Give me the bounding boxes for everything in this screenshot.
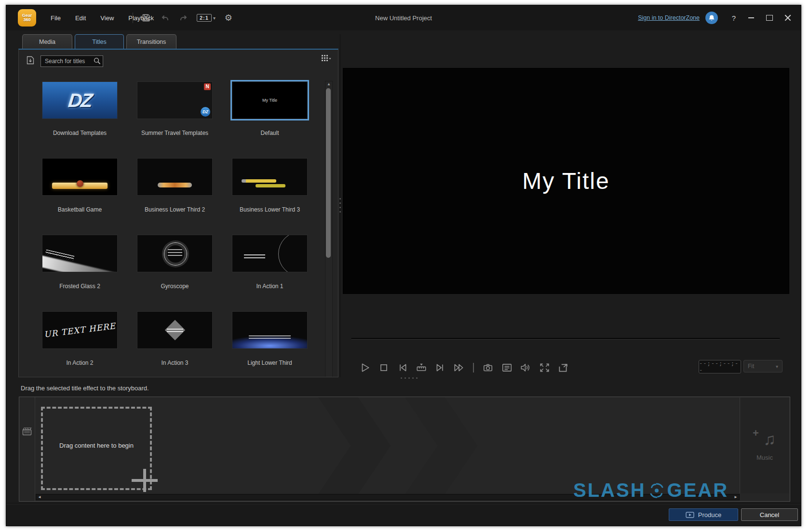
bell-icon: [708, 14, 715, 22]
background-chevron: [405, 397, 477, 494]
background-chevron: [318, 397, 391, 494]
tab-media[interactable]: Media: [22, 34, 72, 49]
template-thumbnail[interactable]: [137, 235, 213, 272]
storyboard-scrollbar[interactable]: ◄ ►: [36, 494, 740, 500]
app-window: Gear 360 File Edit View Playback: [6, 5, 801, 526]
produce-button[interactable]: Produce: [669, 508, 738, 521]
library-display-button[interactable]: [321, 54, 332, 64]
scroll-right-icon[interactable]: ►: [734, 495, 738, 500]
scroll-up-icon[interactable]: ▲: [325, 81, 332, 87]
video-track-rail: [19, 397, 35, 501]
template-thumbnail[interactable]: My Title: [232, 81, 308, 119]
tab-transitions[interactable]: Transitions: [126, 34, 176, 49]
template-caption: In Action 3: [161, 359, 188, 366]
template-default: My Title Default: [232, 81, 308, 158]
music-track-panel[interactable]: + ♫ Music: [740, 398, 789, 493]
fullscreen-icon: [539, 362, 550, 373]
zoom-fit-dropdown[interactable]: Fit ▾: [743, 360, 783, 372]
display-options-button[interactable]: [500, 361, 513, 374]
settings-button[interactable]: ⚙: [223, 12, 234, 24]
template-thumbnail[interactable]: [137, 158, 213, 196]
camera-icon: [483, 362, 493, 373]
play-icon: [360, 362, 370, 373]
signin-link[interactable]: Sign in to DirectorZone: [638, 14, 700, 21]
maximize-icon: [766, 15, 773, 21]
next-frame-icon: [435, 362, 446, 373]
template-in-action-1: In Action 1: [232, 235, 308, 311]
library-scrollbar[interactable]: ▲ ▼: [325, 81, 333, 377]
save-button[interactable]: [140, 12, 152, 24]
grid-view-icon: [321, 54, 332, 62]
template-thumbnail[interactable]: [137, 311, 213, 349]
template-business-lower-third-3: Business Lower Third 3: [232, 158, 308, 235]
seek-bar[interactable]: [351, 338, 780, 340]
search-icon[interactable]: [93, 57, 101, 67]
redo-button[interactable]: [178, 12, 189, 24]
plus-icon: +: [753, 427, 759, 439]
zoom-fit-value: Fit: [748, 363, 754, 370]
undo-button[interactable]: [159, 12, 171, 24]
scrollbar-thumb[interactable]: [326, 88, 331, 258]
produce-label: Produce: [698, 511, 721, 519]
menu-file[interactable]: File: [51, 14, 61, 22]
undock-preview-button[interactable]: [557, 361, 569, 374]
template-thumbnail[interactable]: [42, 158, 118, 196]
template-thumbnail[interactable]: [232, 158, 308, 196]
panel-splitter-handle[interactable]: [338, 198, 341, 217]
add-music-icon: + ♫: [753, 430, 777, 451]
footer-bar: Produce Cancel: [6, 503, 801, 526]
template-light-lower-third: Light Lower Third: [232, 311, 308, 377]
app-logo: Gear 360: [18, 9, 36, 27]
details-icon: [501, 362, 513, 373]
play-button[interactable]: [359, 361, 371, 374]
undo-icon: [160, 14, 170, 22]
template-thumbnail[interactable]: [42, 235, 118, 272]
template-caption: Business Lower Third 3: [240, 206, 300, 213]
minimize-button[interactable]: [745, 12, 757, 24]
chevron-down-icon: ▾: [213, 15, 216, 21]
template-caption: Summer Travel Templates: [141, 130, 208, 136]
previous-frame-icon: [397, 362, 408, 373]
template-summer-travel-templates: N DZ Summer Travel Templates: [137, 81, 213, 158]
plus-icon: [132, 469, 158, 492]
cancel-button[interactable]: Cancel: [741, 508, 798, 521]
mark-in-button[interactable]: [415, 361, 428, 374]
menu-edit[interactable]: Edit: [75, 14, 86, 22]
volume-button[interactable]: [519, 361, 532, 374]
previous-frame-button[interactable]: [396, 361, 409, 374]
tab-titles[interactable]: Titles: [75, 34, 124, 49]
template-gyroscope: Gyroscope: [137, 235, 213, 311]
aspect-ratio-value: 2:1: [197, 14, 212, 22]
template-thumbnail[interactable]: [232, 311, 308, 349]
notifications-button[interactable]: [705, 12, 718, 24]
fast-forward-button[interactable]: [453, 361, 465, 374]
thumbnail-text: My Title: [232, 82, 307, 119]
template-thumbnail[interactable]: N DZ: [137, 81, 213, 119]
stop-button[interactable]: [378, 361, 390, 374]
produce-icon: [686, 512, 694, 518]
maximize-button[interactable]: [763, 12, 776, 24]
next-frame-button[interactable]: [434, 361, 446, 374]
music-note-icon: ♫: [764, 431, 776, 447]
menu-view[interactable]: View: [100, 14, 114, 22]
aspect-ratio-button[interactable]: 2:1 ▾: [197, 14, 216, 22]
scroll-left-icon[interactable]: ◄: [38, 495, 41, 500]
template-thumbnail[interactable]: UR TEXT HERE: [42, 311, 118, 349]
template-grid: DZ Download Templates N DZ Summer Travel…: [42, 81, 308, 377]
template-thumbnail[interactable]: [232, 235, 308, 272]
horizontal-splitter-handle[interactable]: [401, 377, 420, 379]
storyboard-dropzone[interactable]: Drag content here to begin: [41, 407, 152, 490]
close-icon: [784, 14, 791, 21]
controls-divider: [473, 363, 474, 372]
snapshot-button[interactable]: [482, 361, 494, 374]
screenshot-stage: Gear 360 File Edit View Playback: [0, 0, 810, 532]
timecode-display: --;--;--;--: [699, 360, 741, 373]
thumbnail-text: DZ: [42, 82, 118, 119]
template-thumbnail[interactable]: DZ: [42, 81, 118, 119]
close-button[interactable]: [782, 12, 794, 24]
help-button[interactable]: ?: [729, 14, 739, 22]
new-badge: N: [204, 83, 211, 90]
template-caption: Download Templates: [53, 130, 107, 136]
import-title-button[interactable]: [26, 55, 35, 67]
fullscreen-button[interactable]: [538, 361, 551, 374]
